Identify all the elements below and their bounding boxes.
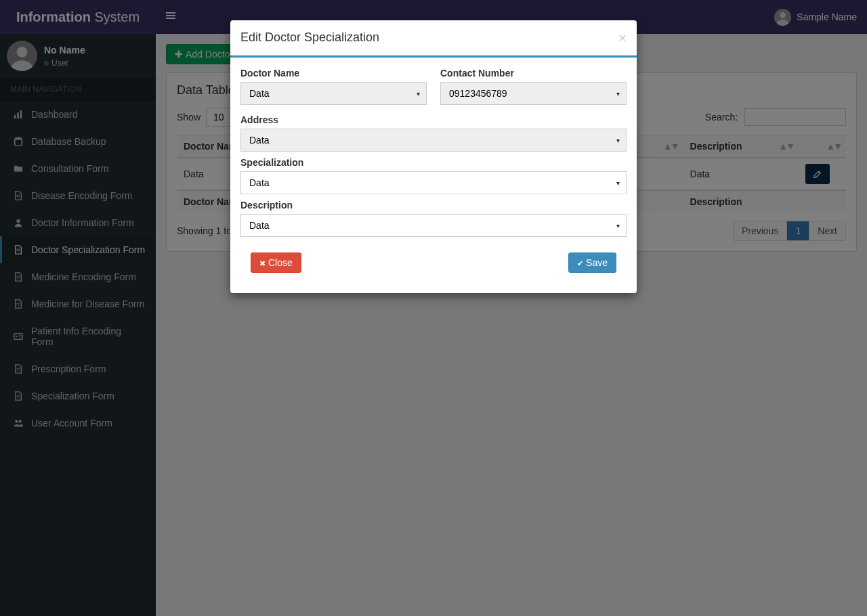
modal-header: Edit Doctor Specialization × [230,20,637,56]
close-button-label: Close [268,257,293,268]
doctor-name-select[interactable]: Data [240,82,427,105]
modal-body: Doctor Name Data Contact Number 09123456… [230,58,637,293]
edit-doctor-specialization-modal: Edit Doctor Specialization × Doctor Name… [230,20,637,293]
save-button-label: Save [586,257,608,268]
close-button[interactable]: Close [251,252,301,273]
address-select[interactable]: Data [240,129,627,152]
contact-number-label: Contact Number [440,68,627,79]
specialization-select[interactable]: Data [240,171,627,194]
doctor-name-label: Doctor Name [240,68,427,79]
address-label: Address [240,114,627,125]
modal-title: Edit Doctor Specialization [240,30,379,45]
close-icon [259,257,266,268]
modal-footer: Close Save [240,242,627,283]
modal-close-button[interactable]: × [618,30,627,45]
save-button[interactable]: Save [568,252,616,273]
description-select[interactable]: Data [240,214,627,237]
description-label: Description [240,200,627,211]
check-icon [577,257,583,268]
close-icon: × [618,30,627,45]
specialization-label: Specialization [240,157,627,168]
contact-number-select[interactable]: 09123456789 [440,82,627,105]
